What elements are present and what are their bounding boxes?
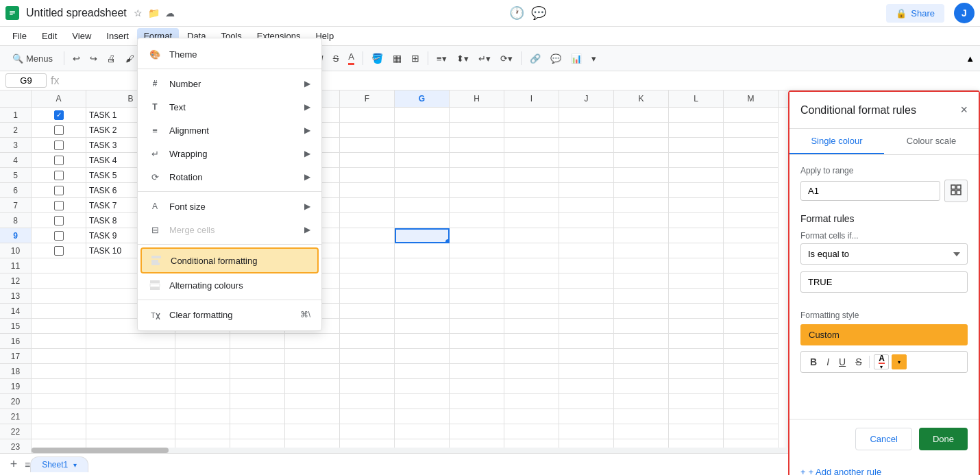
cell-L14[interactable] <box>669 304 724 319</box>
cell-I14[interactable] <box>504 304 559 319</box>
cell-h4[interactable] <box>450 153 504 168</box>
cell-L21[interactable] <box>669 409 724 424</box>
cell-G15[interactable] <box>395 319 450 334</box>
cell-l10[interactable] <box>669 243 724 258</box>
cell-I19[interactable] <box>504 379 559 394</box>
avatar[interactable]: J <box>954 3 975 23</box>
cell-F20[interactable] <box>340 394 395 409</box>
cell-k2[interactable] <box>614 123 669 138</box>
cell-G16[interactable] <box>395 334 450 349</box>
text-color-btn[interactable]: A <box>344 49 358 68</box>
cell-j3[interactable] <box>559 138 614 153</box>
cell-K20[interactable] <box>614 394 669 409</box>
cell-M18[interactable] <box>724 364 779 379</box>
cell-G22[interactable] <box>395 424 450 439</box>
toolbar-collapse-btn[interactable]: ▲ <box>966 53 975 64</box>
cell-J16[interactable] <box>559 334 614 349</box>
col-header-m[interactable]: M <box>724 90 779 107</box>
col-header-h[interactable]: H <box>450 90 504 107</box>
menu-item-wrapping[interactable]: ↵ Wrapping ▶ <box>138 142 321 165</box>
folder-icon[interactable]: 📁 <box>148 8 160 19</box>
cell-J14[interactable] <box>559 304 614 319</box>
menu-insert[interactable]: Insert <box>99 28 136 44</box>
cell-C18[interactable] <box>175 364 230 379</box>
cell-m8[interactable] <box>724 213 779 228</box>
cell-A22[interactable] <box>32 424 86 439</box>
cell-H22[interactable] <box>450 424 504 439</box>
cell-D17[interactable] <box>230 349 285 364</box>
scrollbar-thumb[interactable] <box>32 448 169 453</box>
row-11[interactable]: 11 <box>0 258 32 273</box>
cell-G18[interactable] <box>395 364 450 379</box>
cell-k7[interactable] <box>614 198 669 213</box>
cell-h7[interactable] <box>450 198 504 213</box>
cell-m3[interactable] <box>724 138 779 153</box>
cell-f7[interactable] <box>340 198 395 213</box>
row-6[interactable]: 6 <box>0 183 32 198</box>
cell-A13[interactable] <box>32 289 86 304</box>
cell-G11[interactable] <box>395 258 450 273</box>
cell-I21[interactable] <box>504 409 559 424</box>
row-4[interactable]: 4 <box>0 153 32 168</box>
col-header-i[interactable]: I <box>504 90 559 107</box>
cell-A12[interactable] <box>32 273 86 289</box>
cell-H16[interactable] <box>450 334 504 349</box>
cell-B20[interactable] <box>86 394 175 409</box>
cell-j9[interactable] <box>559 228 614 243</box>
cell-i9[interactable] <box>504 228 559 243</box>
bold-style-btn[interactable]: B <box>807 354 820 369</box>
cell-D22[interactable] <box>230 424 285 439</box>
cell-H21[interactable] <box>450 409 504 424</box>
cell-i8[interactable] <box>504 213 559 228</box>
col-header-f[interactable]: F <box>340 90 395 107</box>
cell-A20[interactable] <box>32 394 86 409</box>
cell-h2[interactable] <box>450 123 504 138</box>
cell-i5[interactable] <box>504 168 559 183</box>
cell-H14[interactable] <box>450 304 504 319</box>
cell-M22[interactable] <box>724 424 779 439</box>
cell-B21[interactable] <box>86 409 175 424</box>
cell-m9[interactable] <box>724 228 779 243</box>
cell-F13[interactable] <box>340 289 395 304</box>
cell-J22[interactable] <box>559 424 614 439</box>
chart-btn[interactable]: 📊 <box>567 51 586 66</box>
cell-i6[interactable] <box>504 183 559 198</box>
menu-item-conditional-formatting[interactable]: Conditional formatting <box>140 247 319 273</box>
cell-E20[interactable] <box>285 394 340 409</box>
cell-K19[interactable] <box>614 379 669 394</box>
cell-m4[interactable] <box>724 153 779 168</box>
cell-M15[interactable] <box>724 319 779 334</box>
fill-color-btn[interactable]: 🪣 <box>367 50 387 66</box>
cell-K11[interactable] <box>614 258 669 273</box>
cell-B22[interactable] <box>86 424 175 439</box>
row-3[interactable]: 3 <box>0 138 32 153</box>
cell-reference-input[interactable]: G9 <box>5 73 47 88</box>
cell-J17[interactable] <box>559 349 614 364</box>
add-sheet-button[interactable]: + <box>5 456 22 473</box>
cell-F19[interactable] <box>340 379 395 394</box>
cell-J11[interactable] <box>559 258 614 273</box>
col-header-a[interactable]: A <box>32 90 86 107</box>
cell-C21[interactable] <box>175 409 230 424</box>
cell-L22[interactable] <box>669 424 724 439</box>
cell-M12[interactable] <box>724 273 779 289</box>
cell-a7[interactable] <box>32 198 86 213</box>
cell-i2[interactable] <box>504 123 559 138</box>
cell-K22[interactable] <box>614 424 669 439</box>
cell-B17[interactable] <box>86 349 175 364</box>
cell-K16[interactable] <box>614 334 669 349</box>
cell-i10[interactable] <box>504 243 559 258</box>
cell-h5[interactable] <box>450 168 504 183</box>
cell-F21[interactable] <box>340 409 395 424</box>
cell-K12[interactable] <box>614 273 669 289</box>
cell-A18[interactable] <box>32 364 86 379</box>
cell-h9[interactable] <box>450 228 504 243</box>
cell-L20[interactable] <box>669 394 724 409</box>
horizontal-scrollbar[interactable] <box>32 448 788 453</box>
cell-M19[interactable] <box>724 379 779 394</box>
checkbox-a5[interactable] <box>54 171 64 180</box>
fill-handle[interactable] <box>445 239 450 243</box>
sheet-list-btn[interactable]: ≡ <box>25 459 30 470</box>
cell-f10[interactable] <box>340 243 395 258</box>
add-another-rule-link[interactable]: + + Add another rule <box>789 459 979 475</box>
